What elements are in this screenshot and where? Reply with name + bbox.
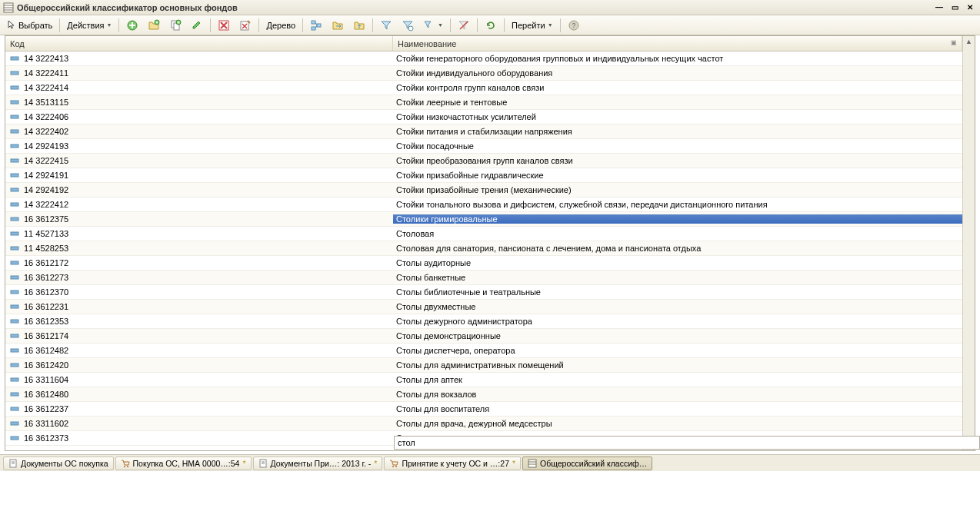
table-row[interactable]: 14 3222411Стойки индивидуального оборудо… xyxy=(5,66,962,81)
item-icon xyxy=(10,158,21,164)
close-button[interactable]: ✕ xyxy=(963,2,977,13)
cell-name: Стойки преобразования групп каналов связ… xyxy=(393,156,962,165)
help-button[interactable]: ? xyxy=(564,18,584,33)
hierarchy-button[interactable] xyxy=(306,18,326,33)
table-row[interactable]: 16 3311604Столы для аптек xyxy=(5,373,962,387)
table-row[interactable]: 14 3222413Стойки генераторного оборудова… xyxy=(5,51,962,66)
cell-code: 16 3612420 xyxy=(5,360,393,370)
table-row[interactable]: 14 3222406Стойки низкочастотных усилител… xyxy=(5,110,962,125)
svg-rect-35 xyxy=(11,320,18,323)
filter-off-button[interactable] xyxy=(454,18,474,33)
cell-code: 14 2924191 xyxy=(5,171,393,180)
level-up-button[interactable] xyxy=(349,18,369,33)
filter1-button[interactable] xyxy=(376,18,396,33)
modified-star-icon: * xyxy=(242,459,245,468)
table-row[interactable]: 16 3612370Столы библиотечные и театральн… xyxy=(5,285,962,300)
table-row[interactable]: 16 3612420Столы для административных пом… xyxy=(5,358,962,373)
table-row[interactable]: 16 3612231Столы двухместные xyxy=(5,300,962,314)
table-row[interactable]: 16 3311602Столы для врача, дежурной медс… xyxy=(5,417,962,431)
code-value: 14 3222412 xyxy=(24,200,68,209)
svg-point-48 xyxy=(127,466,128,467)
cell-code: 16 3612237 xyxy=(5,404,393,413)
tab-label: Общероссийский классиф… xyxy=(540,459,647,468)
code-value: 16 3612237 xyxy=(24,404,68,413)
cell-name: Столы для вокзалов xyxy=(393,390,962,399)
code-value: 14 2924193 xyxy=(24,141,68,151)
table-row[interactable]: 14 2924193Стойки посадочные xyxy=(5,139,962,154)
goto-button[interactable]: Перейти▼ xyxy=(508,18,557,33)
code-value: 16 3612273 xyxy=(24,273,68,282)
cell-name: Стойки посадочные xyxy=(393,141,962,151)
svg-rect-32 xyxy=(11,276,18,279)
minimize-button[interactable]: — xyxy=(932,2,946,13)
vertical-scrollbar[interactable]: ▲ ▼ xyxy=(962,36,975,450)
refresh-button[interactable] xyxy=(481,18,501,33)
svg-point-52 xyxy=(392,466,394,467)
table-row[interactable]: 14 3222412Стойки тонального вызова и диф… xyxy=(5,198,962,212)
svg-rect-21 xyxy=(11,115,18,118)
table-row[interactable]: 14 2924191Стойки призабойные гидравличес… xyxy=(5,168,962,183)
item-icon xyxy=(10,114,21,120)
code-value: 14 2924191 xyxy=(24,171,68,180)
svg-rect-27 xyxy=(11,203,18,206)
window-title: Общероссийский классификатор основных фо… xyxy=(17,3,932,12)
cell-code: 14 3222412 xyxy=(5,200,393,209)
svg-rect-23 xyxy=(11,144,18,148)
table-row[interactable]: 11 4527133Столовая xyxy=(5,227,962,241)
cell-name: Столы для воспитателя xyxy=(393,404,962,413)
svg-rect-12 xyxy=(312,27,315,30)
table-row[interactable]: 14 3222415Стойки преобразования групп ка… xyxy=(5,154,962,168)
table-row[interactable]: 16 3612353Столы дежурного администратора xyxy=(5,314,962,329)
maximize-button[interactable]: ▭ xyxy=(948,2,962,13)
edit-button[interactable] xyxy=(187,18,207,33)
window-tab[interactable]: Принятие к учету ОС и …:27 * xyxy=(384,457,521,470)
table-row[interactable]: 14 3222402Стойки питания и стабилизации … xyxy=(5,125,962,139)
window-tab[interactable]: Общероссийский классиф… xyxy=(522,457,652,470)
window-icon xyxy=(3,2,14,13)
move-button[interactable] xyxy=(328,18,348,33)
cell-name: Столики гримировальные xyxy=(393,214,962,224)
table-row[interactable]: 16 3612482Столы диспетчера, оператора xyxy=(5,344,962,358)
tree-button[interactable]: Дерево xyxy=(262,18,299,33)
add-button[interactable] xyxy=(122,18,142,33)
cell-code: 16 3612373 xyxy=(5,433,393,443)
tab-label: Принятие к учету ОС и …:27 xyxy=(402,459,509,468)
table-row[interactable]: 14 2924192Стойки призабойные трения (мех… xyxy=(5,183,962,198)
item-icon xyxy=(10,128,21,134)
filter-group-button[interactable]: ▼ xyxy=(419,18,447,33)
select-button[interactable]: Выбрать xyxy=(3,18,56,33)
code-value: 16 3612370 xyxy=(24,287,68,297)
table-row[interactable]: 16 3612273Столы банкетные xyxy=(5,271,962,285)
table-row[interactable]: 14 3222414Стойки контроля групп каналов … xyxy=(5,81,962,95)
add-group-button[interactable] xyxy=(144,18,164,33)
table-row[interactable]: 11 4528253Столовая для санатория, пансио… xyxy=(5,241,962,256)
svg-rect-30 xyxy=(11,247,18,250)
column-header-name[interactable]: Наименование ▣ xyxy=(393,36,962,51)
window-tab[interactable]: Покупка ОС, НМА 0000…:54 * xyxy=(115,457,252,470)
actions-button[interactable]: Действия ▼ xyxy=(63,18,115,33)
cell-name: Стойки призабойные гидравлические xyxy=(393,171,962,180)
delete-button[interactable] xyxy=(214,18,234,33)
column-header-code[interactable]: Код xyxy=(5,36,393,51)
code-value: 16 3311604 xyxy=(24,375,68,384)
table-row[interactable]: 14 3513115Стойки леерные и тентовые xyxy=(5,95,962,110)
search-input[interactable]: стол xyxy=(394,436,980,450)
table-row[interactable]: 16 3612375Столики гримировальные xyxy=(5,212,962,227)
svg-rect-17 xyxy=(11,57,18,60)
table-row[interactable]: 16 3612174Столы демонстрационные xyxy=(5,329,962,344)
mark-delete-button[interactable] xyxy=(235,18,255,33)
item-icon xyxy=(10,201,21,208)
svg-rect-40 xyxy=(11,393,18,396)
table-row[interactable]: 16 3612237Столы для воспитателя xyxy=(5,402,962,417)
table-row[interactable]: 16 3612172Столы аудиторные xyxy=(5,256,962,271)
copy-button[interactable] xyxy=(165,18,185,33)
cell-name: Столовая для санатория, пансионата с леч… xyxy=(393,244,962,253)
scroll-up-icon[interactable]: ▲ xyxy=(965,38,972,45)
data-grid: Код Наименование ▣ 14 3222413Стойки гене… xyxy=(5,35,975,451)
table-row[interactable]: 16 3612480Столы для вокзалов xyxy=(5,387,962,402)
filter2-button[interactable] xyxy=(398,18,418,33)
window-tab[interactable]: Документы ОС покупка xyxy=(3,457,114,470)
svg-rect-22 xyxy=(11,130,18,133)
code-value: 14 2924192 xyxy=(24,185,68,194)
window-tab[interactable]: Документы При…: 2013 г. - * xyxy=(253,457,383,470)
